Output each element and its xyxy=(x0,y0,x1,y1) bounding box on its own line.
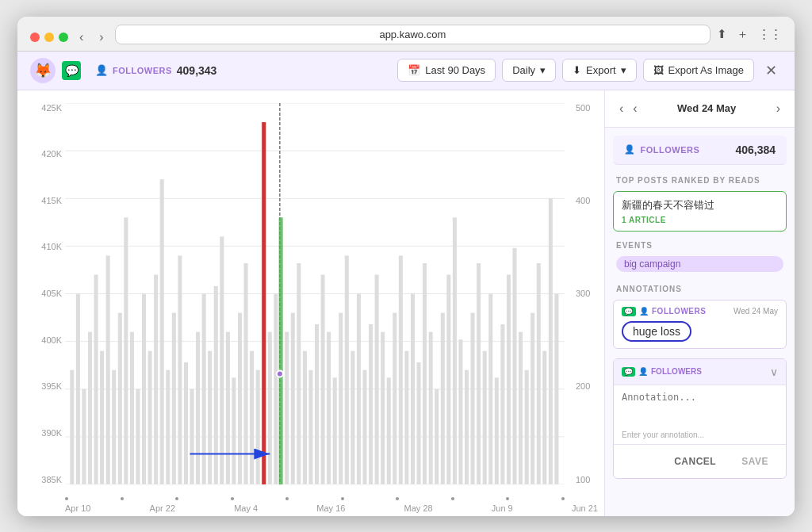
svg-rect-40 xyxy=(256,369,260,484)
svg-rect-81 xyxy=(495,377,499,484)
dot-indicator xyxy=(561,497,565,500)
add-annotation-platform: 💬 👤 FOLLOWERS xyxy=(622,367,702,377)
svg-rect-19 xyxy=(130,331,134,484)
svg-rect-45 xyxy=(279,217,283,484)
dot-indicator xyxy=(231,497,234,500)
prev-arrow[interactable]: ‹ xyxy=(616,100,626,117)
svg-rect-17 xyxy=(118,312,122,484)
svg-rect-26 xyxy=(172,312,176,484)
svg-rect-84 xyxy=(512,247,516,484)
forward-button[interactable]: › xyxy=(94,29,108,46)
dot-row xyxy=(65,497,565,500)
close-panel-button[interactable]: ✕ xyxy=(760,60,782,81)
add-annotation: 💬 👤 FOLLOWERS ∨ Enter your annotation...… xyxy=(613,358,787,479)
svg-rect-73 xyxy=(446,274,450,484)
y-right-label-1: 400 xyxy=(576,196,604,205)
prev-arrow-2[interactable]: ‹ xyxy=(630,100,640,117)
minimize-window-button[interactable] xyxy=(44,33,54,42)
svg-rect-53 xyxy=(327,331,331,484)
svg-rect-78 xyxy=(477,263,481,484)
back-button[interactable]: ‹ xyxy=(75,29,88,46)
svg-rect-62 xyxy=(381,331,385,484)
frequency-label: Daily xyxy=(512,64,535,76)
svg-rect-63 xyxy=(387,377,391,484)
followers-label: FOLLOWERS xyxy=(113,66,172,75)
svg-rect-79 xyxy=(483,350,487,484)
svg-rect-88 xyxy=(537,263,541,484)
close-window-button[interactable] xyxy=(30,33,40,42)
svg-rect-21 xyxy=(142,293,146,484)
svg-rect-54 xyxy=(333,377,337,484)
annotation-platform: 💬 👤 FOLLOWERS xyxy=(622,307,706,316)
svg-rect-60 xyxy=(369,323,373,484)
calendar-icon: 📅 xyxy=(408,64,420,76)
annotation-hint: Enter your annotation... xyxy=(614,427,786,444)
dot-indicator xyxy=(396,497,399,500)
svg-rect-24 xyxy=(160,179,164,484)
dot-indicator xyxy=(341,497,344,500)
svg-rect-52 xyxy=(321,274,325,484)
avatar: 🦊 xyxy=(30,58,56,83)
annotation-input[interactable] xyxy=(614,385,786,424)
svg-rect-67 xyxy=(411,293,415,484)
svg-rect-71 xyxy=(435,388,439,484)
y-right-label-2: 300 xyxy=(576,289,604,298)
svg-rect-34 xyxy=(220,236,224,484)
annotation-buttons: CANCEL SAVE xyxy=(614,444,786,478)
svg-rect-46 xyxy=(285,331,289,484)
y-label-6: 395K xyxy=(24,381,62,391)
export-button[interactable]: ⬇ Export ▾ xyxy=(562,59,637,82)
y-label-5: 400K xyxy=(24,335,62,345)
event-tag: big campaign xyxy=(616,256,783,272)
svg-rect-91 xyxy=(554,293,558,484)
svg-rect-72 xyxy=(441,312,445,484)
dot-indicator xyxy=(65,497,68,500)
date-range-label: Last 90 Days xyxy=(425,64,485,76)
svg-rect-57 xyxy=(350,350,354,484)
svg-rect-55 xyxy=(339,312,343,484)
y-label-0: 425K xyxy=(24,103,62,113)
grid-icon[interactable]: ⋮⋮ xyxy=(758,27,782,42)
y-right-label-4: 100 xyxy=(576,475,604,484)
save-button[interactable]: SAVE xyxy=(732,451,778,472)
svg-rect-20 xyxy=(136,388,140,484)
browser-controls: ‹ › app.kawo.com ⬆ ＋ ⋮⋮ xyxy=(30,25,782,51)
top-post-text: 新疆的春天不容错过 xyxy=(622,198,778,212)
nav-arrows: ‹ ‹ xyxy=(616,100,641,117)
svg-rect-89 xyxy=(542,350,546,484)
svg-rect-70 xyxy=(429,331,433,484)
followers-add-icon: 👤 xyxy=(638,367,648,376)
svg-rect-86 xyxy=(525,369,529,484)
svg-rect-10 xyxy=(76,293,80,484)
frequency-button[interactable]: Daily ▾ xyxy=(502,59,556,82)
top-posts-title: TOP POSTS RANKED BY READS xyxy=(605,170,795,188)
svg-rect-66 xyxy=(404,350,408,484)
svg-rect-61 xyxy=(375,274,379,484)
x-label-4: May 28 xyxy=(404,503,433,513)
annotation-date: Wed 24 May xyxy=(733,307,778,316)
browser-window: ‹ › app.kawo.com ⬆ ＋ ⋮⋮ 🦊 💬 👤 FOLLOWERS … xyxy=(17,17,795,516)
svg-rect-80 xyxy=(488,293,492,484)
maximize-window-button[interactable] xyxy=(59,33,68,42)
export-image-label: Export As Image xyxy=(668,64,744,76)
svg-rect-85 xyxy=(519,331,523,484)
new-tab-icon[interactable]: ＋ xyxy=(737,27,749,42)
svg-rect-49 xyxy=(303,350,307,484)
svg-rect-27 xyxy=(178,255,182,484)
export-image-button[interactable]: 🖼 Export As Image xyxy=(643,59,754,82)
traffic-lights xyxy=(30,33,68,42)
app-content: 🦊 💬 👤 FOLLOWERS 409,343 📅 Last 90 Days D… xyxy=(17,52,795,516)
svg-rect-11 xyxy=(82,388,86,484)
y-right-label-0: 500 xyxy=(576,103,604,113)
svg-rect-51 xyxy=(315,323,319,484)
y-axis-right: 500 400 300 200 100 xyxy=(573,103,604,484)
expand-button[interactable]: ∨ xyxy=(770,366,778,378)
wechat-add-icon: 💬 xyxy=(622,367,635,377)
cancel-button[interactable]: CANCEL xyxy=(665,451,726,472)
address-bar[interactable]: app.kawo.com xyxy=(115,25,710,44)
y-label-4: 405K xyxy=(24,289,62,298)
date-range-button[interactable]: 📅 Last 90 Days xyxy=(397,59,496,82)
next-arrow[interactable]: › xyxy=(773,100,783,117)
share-icon[interactable]: ⬆ xyxy=(717,27,727,42)
x-label-2: May 4 xyxy=(234,503,258,513)
